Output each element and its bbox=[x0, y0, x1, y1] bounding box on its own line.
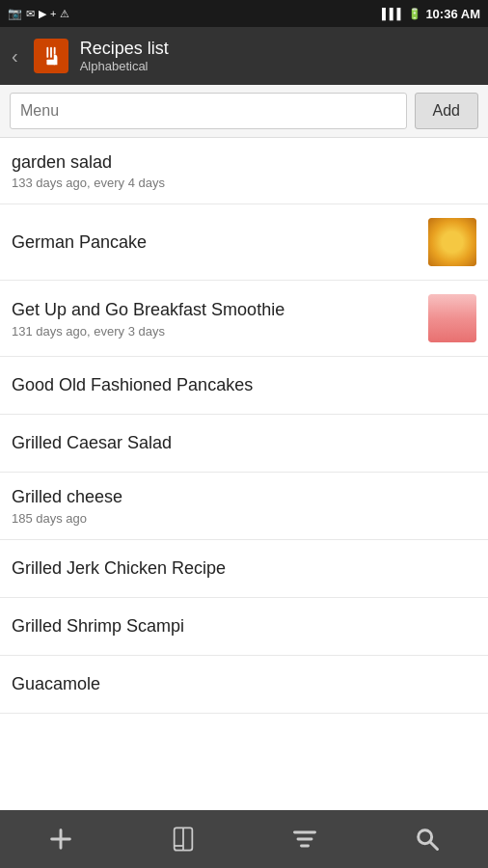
list-item[interactable]: Grilled Jerk Chicken Recipe bbox=[0, 540, 488, 598]
notification-icon: ✉ bbox=[26, 8, 35, 20]
recipe-name: Good Old Fashioned Pancakes bbox=[12, 374, 476, 396]
recipe-thumbnail bbox=[428, 218, 476, 266]
svg-rect-1 bbox=[50, 47, 52, 58]
menu-search-input[interactable] bbox=[10, 93, 407, 129]
status-bar-right: ▌▌▌ 🔋 10:36 AM bbox=[382, 7, 480, 21]
app-title: Recipes list bbox=[80, 39, 169, 59]
nav-book-button[interactable] bbox=[159, 815, 207, 863]
recipe-thumbnail bbox=[428, 294, 476, 342]
utensils-icon bbox=[41, 45, 62, 67]
list-item[interactable]: Grilled Caesar Salad bbox=[0, 415, 488, 473]
recipe-name: Grilled cheese bbox=[12, 486, 476, 508]
svg-rect-2 bbox=[53, 47, 55, 54]
alert-icon: ⚠ bbox=[60, 8, 69, 20]
nav-search-button[interactable] bbox=[403, 815, 451, 863]
svg-rect-0 bbox=[46, 47, 48, 58]
battery-icon: 🔋 bbox=[408, 8, 421, 20]
list-item[interactable]: Grilled cheese185 days ago bbox=[0, 473, 488, 539]
nav-add-button[interactable] bbox=[37, 815, 85, 863]
app-logo bbox=[34, 39, 68, 73]
signal-icon: ▌▌▌ bbox=[382, 8, 404, 19]
recipe-name: Get Up and Go Breakfast Smoothie bbox=[12, 299, 419, 321]
recipe-text: Grilled Caesar Salad bbox=[12, 432, 476, 454]
recipe-name: Grilled Jerk Chicken Recipe bbox=[12, 557, 476, 580]
recipe-list: garden salad133 days ago, every 4 daysGe… bbox=[0, 138, 488, 810]
add-button[interactable]: Add bbox=[415, 93, 478, 129]
app-bar-text: Recipes list Alphabetical bbox=[80, 39, 169, 73]
filter-icon bbox=[291, 826, 318, 853]
recipe-name: Grilled Shrimp Scampi bbox=[12, 615, 476, 637]
status-bar: 📷 ✉ ▶ + ⚠ ▌▌▌ 🔋 10:36 AM bbox=[0, 0, 488, 27]
search-bar: Add bbox=[0, 85, 488, 138]
recipe-text: Grilled Shrimp Scampi bbox=[12, 615, 476, 637]
recipe-name: garden salad bbox=[12, 151, 476, 174]
time-display: 10:36 AM bbox=[425, 7, 480, 21]
list-item[interactable]: Get Up and Go Breakfast Smoothie131 days… bbox=[0, 281, 488, 357]
nav-filter-button[interactable] bbox=[281, 815, 329, 863]
book-icon bbox=[170, 826, 197, 853]
list-item[interactable]: garden salad133 days ago, every 4 days bbox=[0, 138, 488, 204]
recipe-meta: 131 days ago, every 3 days bbox=[12, 324, 419, 339]
play-icon: ▶ bbox=[39, 8, 46, 20]
list-item[interactable]: Guacamole bbox=[0, 656, 488, 714]
list-item[interactable]: German Pancake bbox=[0, 204, 488, 281]
recipe-name: Grilled Caesar Salad bbox=[12, 432, 476, 454]
list-item[interactable]: Grilled Shrimp Scampi bbox=[0, 598, 488, 656]
bottom-nav bbox=[0, 810, 488, 868]
recipe-text: garden salad133 days ago, every 4 days bbox=[12, 151, 476, 190]
status-bar-left: 📷 ✉ ▶ + ⚠ bbox=[8, 7, 69, 20]
back-chevron-icon[interactable]: ‹ bbox=[12, 45, 18, 68]
search-icon bbox=[414, 826, 441, 853]
recipe-text: Grilled cheese185 days ago bbox=[12, 486, 476, 525]
camera-icon: 📷 bbox=[8, 7, 22, 20]
recipe-meta: 185 days ago bbox=[12, 511, 476, 526]
add-icon bbox=[47, 826, 74, 853]
recipe-name: Guacamole bbox=[12, 673, 476, 695]
recipe-name: German Pancake bbox=[12, 231, 419, 254]
recipe-text: Guacamole bbox=[12, 673, 476, 695]
app-subtitle: Alphabetical bbox=[80, 59, 169, 73]
recipe-text: German Pancake bbox=[12, 231, 419, 254]
recipe-text: Grilled Jerk Chicken Recipe bbox=[12, 557, 476, 580]
recipe-text: Get Up and Go Breakfast Smoothie131 days… bbox=[12, 299, 419, 338]
recipe-meta: 133 days ago, every 4 days bbox=[12, 176, 476, 190]
plus-icon: + bbox=[50, 8, 56, 19]
svg-rect-3 bbox=[46, 60, 55, 65]
recipe-text: Good Old Fashioned Pancakes bbox=[12, 374, 476, 396]
app-bar: ‹ Recipes list Alphabetical bbox=[0, 27, 488, 85]
list-item[interactable]: Good Old Fashioned Pancakes bbox=[0, 357, 488, 415]
